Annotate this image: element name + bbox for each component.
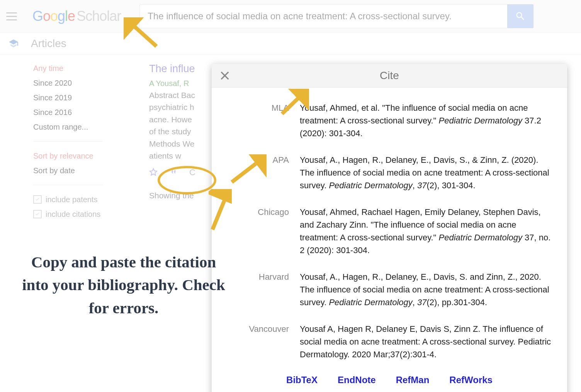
filter-since-2020[interactable]: Since 2020 bbox=[33, 76, 134, 90]
instruction-annotation: Copy and paste the citation into your bi… bbox=[19, 251, 228, 319]
star-icon[interactable] bbox=[149, 168, 158, 176]
search-icon bbox=[515, 11, 526, 22]
citation-row: ChicagoYousaf, Ahmed, Rachael Hagen, Emi… bbox=[227, 206, 552, 257]
subheader: Articles bbox=[0, 33, 581, 55]
citation-format-label: Vancouver bbox=[227, 323, 300, 361]
quote-icon[interactable] bbox=[169, 168, 178, 176]
result-content: The influe A Yousaf, R Abstract Bac psyc… bbox=[149, 61, 195, 221]
sort-date[interactable]: Sort by date bbox=[33, 163, 134, 178]
citation-row: MLAYousaf, Ahmed, et al. "The influence … bbox=[227, 101, 552, 140]
scholar-cap-icon bbox=[8, 39, 19, 49]
result-snippet-line: acne. Howe bbox=[149, 113, 195, 126]
hamburger-menu-icon[interactable] bbox=[6, 10, 19, 22]
search-button[interactable] bbox=[507, 4, 533, 28]
arrow-annotation bbox=[124, 17, 158, 48]
export-link-endnote[interactable]: EndNote bbox=[338, 375, 376, 385]
citation-text[interactable]: Yousaf A, Hagen R, Delaney E, Davis S, Z… bbox=[300, 323, 552, 361]
citation-row: VancouverYousaf A, Hagen R, Delaney E, D… bbox=[227, 323, 552, 361]
citation-format-label: Harvard bbox=[227, 270, 300, 309]
citation-text[interactable]: Yousaf, Ahmed, Rachael Hagen, Emily Dela… bbox=[300, 206, 552, 257]
filter-custom-range[interactable]: Custom range... bbox=[33, 120, 134, 134]
sort-relevance[interactable]: Sort by relevance bbox=[33, 149, 134, 163]
search-bar bbox=[139, 4, 533, 28]
arrow-annotation bbox=[278, 89, 309, 116]
google-scholar-logo[interactable]: GoogleScholar bbox=[32, 8, 121, 24]
modal-title: Cite bbox=[380, 69, 399, 82]
export-link-refman[interactable]: RefMan bbox=[396, 375, 430, 385]
search-input[interactable] bbox=[139, 4, 507, 28]
arrow-annotation bbox=[228, 154, 267, 185]
citation-row: HarvardYousaf, A., Hagen, R., Delaney, E… bbox=[227, 270, 552, 309]
include-citations-label: include citations bbox=[46, 207, 100, 221]
filter-any-time[interactable]: Any time bbox=[33, 61, 134, 76]
result-snippet-line: psychiatric h bbox=[149, 101, 195, 113]
arrow-annotation bbox=[209, 189, 232, 231]
citation-format-label: Chicago bbox=[227, 206, 300, 257]
include-patents-label: include patents bbox=[46, 192, 98, 207]
filter-since-2019[interactable]: Since 2019 bbox=[33, 90, 134, 105]
filter-sidebar: Any time Since 2020 Since 2019 Since 201… bbox=[33, 61, 134, 221]
articles-label[interactable]: Articles bbox=[31, 37, 66, 50]
citation-row: APAYousaf, A., Hagen, R., Delaney, E., D… bbox=[227, 154, 552, 192]
header-bar: GoogleScholar bbox=[0, 0, 581, 33]
result-snippet-line: atients w bbox=[149, 150, 195, 162]
include-citations-checkbox[interactable]: include citations bbox=[33, 207, 134, 221]
citation-text[interactable]: Yousaf, A., Hagen, R., Delaney, E., Davi… bbox=[300, 154, 552, 192]
filter-since-2016[interactable]: Since 2016 bbox=[33, 105, 134, 120]
export-link-refworks[interactable]: RefWorks bbox=[449, 375, 493, 385]
cited-by-link[interactable]: C bbox=[189, 166, 195, 179]
result-snippet-line: of the study bbox=[149, 125, 195, 138]
showing-text: Showing the bbox=[149, 189, 195, 202]
citation-text[interactable]: Yousaf, A., Hagen, R., Delaney, E., Davi… bbox=[300, 270, 552, 309]
result-snippet-line: Abstract Bac bbox=[149, 89, 195, 101]
citation-text[interactable]: Yousaf, Ahmed, et al. "The influence of … bbox=[300, 101, 552, 140]
result-title[interactable]: The influe bbox=[149, 61, 195, 77]
cite-modal: Cite MLAYousaf, Ahmed, et al. "The influ… bbox=[212, 64, 567, 392]
result-snippet-line: Methods We bbox=[149, 138, 195, 150]
export-links: BibTeXEndNoteRefManRefWorks bbox=[227, 375, 552, 385]
include-patents-checkbox[interactable]: include patents bbox=[33, 192, 134, 207]
result-authors: A Yousaf, R bbox=[149, 78, 195, 89]
export-link-bibtex[interactable]: BibTeX bbox=[286, 375, 318, 385]
close-icon[interactable] bbox=[219, 69, 231, 82]
